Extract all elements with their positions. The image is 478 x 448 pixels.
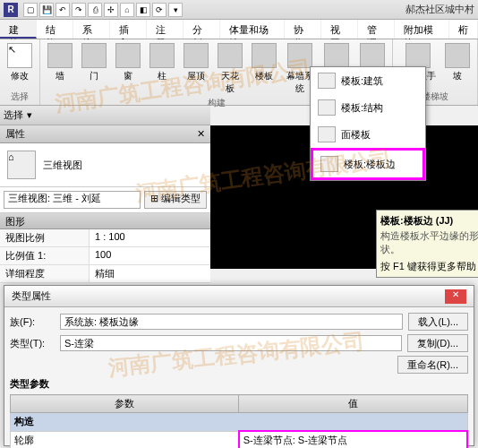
door-icon [81,43,107,68]
edit-type-button[interactable]: ⊞ 编辑类型 [144,191,207,209]
tab-extra[interactable]: 桁 [449,20,478,39]
floor-icon [252,43,277,68]
type-selector-dropdown[interactable]: 三维视图: 三维 - 刘延 [4,191,141,209]
window-title: 郝杰社区城中村 [405,3,474,16]
dialog-body: 族(F): 载入(L)... 类型(T): 复制(D)... 重命名(R)...… [4,307,474,448]
rename-button[interactable]: 重命名(R)... [397,356,468,374]
tab-collaborate[interactable]: 协作 [285,20,321,39]
group-construction: 构造 [11,413,468,432]
floor-arch-icon [318,73,336,89]
floor-label: 楼板 [255,70,273,82]
window-icon [115,43,141,68]
properties-header: 属性 ✕ [0,125,210,143]
qat-dropdown-icon[interactable]: ▾ [168,3,183,17]
graphics-section-header: 图形 [0,213,210,229]
tab-massing[interactable]: 体量和场地 [220,20,284,39]
prop-row-scale-value: 比例值 1: 100 [0,247,210,265]
qat-redo-icon[interactable]: ↷ [72,3,86,17]
family-row: 族(F): 载入(L)... [10,313,468,331]
floor-struct-icon [318,99,336,116]
left-panel: 选择 ▾ 属性 ✕ ⌂ 三维视图 三维视图: 三维 - 刘延 ⊞ 编辑类型 图形… [0,106,210,283]
door-button[interactable]: 门 [78,41,110,97]
qat-3d-icon[interactable]: ⌂ [120,3,134,17]
type-label: 类型(T): [10,337,55,350]
wall-icon [47,43,73,68]
qat-measure-icon[interactable]: ✢ [104,3,118,17]
wall-label: 墙 [55,70,64,82]
prop-value-detail[interactable]: 精细 [90,265,210,282]
selector-label: 选择 [4,108,23,122]
qat-save-icon[interactable]: 💾 [39,3,54,17]
title-bar: R ▢ 💾 ↶ ↷ ⎙ ✢ ⌂ ◧ ⟳ ▾ 郝杰社区城中村 [0,0,478,20]
floor-edge-icon [320,156,338,172]
dialog-titlebar: 类型属性 ✕ [4,286,474,307]
qat-print-icon[interactable]: ⎙ [88,3,102,17]
column-button[interactable]: 柱 [146,41,178,97]
col-value: 值 [239,395,467,413]
wall-button[interactable]: 墙 [44,41,76,97]
profile-label: 轮廓 [11,431,239,448]
window-button[interactable]: 窗 [112,41,144,97]
load-button[interactable]: 载入(L)... [408,313,468,331]
tab-manage[interactable]: 管理 [358,20,395,39]
tab-architecture[interactable]: 建筑 [0,20,37,39]
floor-face-icon [318,126,336,142]
group-select-label: 选择 [4,90,36,103]
floor-arch-label: 楼板:建筑 [341,74,383,88]
qat-undo-icon[interactable]: ↶ [55,3,70,17]
floor-face-item[interactable]: 面楼板 [311,121,425,148]
tab-systems[interactable]: 系统 [73,20,110,39]
duplicate-button[interactable]: 复制(D)... [407,334,468,352]
tab-annotate[interactable]: 注释 [147,20,184,39]
floor-dropdown-menu: 楼板:建筑 楼板:结构 面楼板 楼板:楼板边 [310,66,426,181]
ceiling-label: 天花板 [218,70,243,95]
type-properties-dialog: 类型属性 ✕ 族(F): 载入(L)... 类型(T): 复制(D)... 重命… [4,285,474,446]
dialog-title: 类型属性 [12,289,51,303]
ramp-button[interactable]: 坡 [441,41,474,84]
prop-label-scale: 视图比例 [0,229,90,246]
tab-view[interactable]: 视图 [321,20,358,39]
dialog-close-icon[interactable]: ✕ [445,289,466,304]
modify-button[interactable]: ↖ 修改 [4,41,36,84]
family-input[interactable] [60,314,403,330]
profile-value[interactable]: S-连梁节点: S-连梁节点 [239,431,467,448]
ribbon-tabs: 建筑 结构 系统 插入 注释 分析 体量和场地 协作 视图 管理 附加模块 桁 [0,20,478,39]
ramp-label: 坡 [453,70,462,82]
floor-button[interactable]: 楼板 [248,41,280,97]
row-profile: 轮廓 S-连梁节点: S-连梁节点 [11,431,468,448]
type-row: 类型(T): 复制(D)... [10,334,468,352]
floor-struct-item[interactable]: 楼板:结构 [311,94,425,121]
roof-icon [184,43,209,68]
qat-open-icon[interactable]: ▢ [23,3,38,17]
type-params-title: 类型参数 [10,377,468,391]
prop-value-scale-value[interactable]: 100 [90,247,210,264]
curtain-grid-icon [324,43,349,68]
ceiling-icon [218,43,243,68]
tooltip-help: 按 F1 键获得更多帮助 [380,260,478,273]
tab-structure[interactable]: 结构 [37,20,73,39]
view-type-label: 三维视图 [43,159,82,172]
tab-insert[interactable]: 插入 [110,20,147,39]
tab-addins[interactable]: 附加模块 [395,20,449,39]
tooltip-title: 楼板:楼板边 (JJ) [380,214,478,228]
roof-button[interactable]: 屋顶 [180,41,212,97]
type-input[interactable] [60,335,402,351]
tooltip-desc: 构造楼板水平边缘的形状。 [380,229,478,256]
qat-section-icon[interactable]: ◧ [136,3,150,17]
param-table: 参数 值 构造 轮廓 S-连梁节点: S-连梁节点 材质和装饰 材质 GZ-混凝… [10,394,468,448]
floor-arch-item[interactable]: 楼板:建筑 [311,67,425,94]
tab-analyze[interactable]: 分析 [184,20,220,39]
ceiling-button[interactable]: 天花板 [214,41,246,97]
edit-type-label: 编辑类型 [161,193,201,203]
ramp-icon [445,43,470,68]
chevron-down-icon[interactable]: ▾ [27,109,32,121]
prop-value-scale[interactable]: 1 : 100 [90,229,210,246]
modify-label: 修改 [11,70,29,82]
col-param: 参数 [11,395,239,413]
floor-edge-item[interactable]: 楼板:楼板边 [311,148,425,180]
view-type-selector[interactable]: ⌂ 三维视图 [0,143,210,187]
door-label: 门 [90,70,98,82]
properties-close-icon[interactable]: ✕ [197,128,205,140]
app-icon[interactable]: R [4,3,18,17]
qat-sync-icon[interactable]: ⟳ [152,3,166,17]
